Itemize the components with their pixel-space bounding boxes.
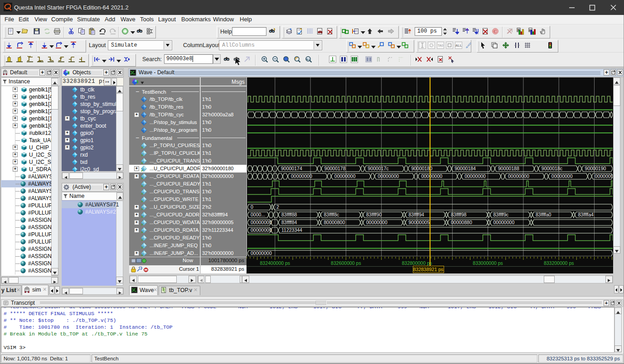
- svg-text:83ffff84: 83ffff84: [281, 220, 297, 225]
- svg-text:00000000: 00000000: [551, 173, 573, 179]
- svg-text:90000005: 90000005: [409, 220, 430, 225]
- svg-text:C: C: [493, 29, 497, 34]
- svg-text:90000190: 90000190: [585, 166, 606, 171]
- svg-text:80000800: 80000800: [324, 220, 345, 225]
- svg-text:83ffff94: 83ffff94: [409, 212, 425, 217]
- svg-text:00000000: 00000000: [366, 220, 387, 225]
- svg-text:2: 2: [276, 204, 279, 210]
- svg-text:ALL: ALL: [455, 43, 462, 48]
- svg-text:83ffff90: 83ffff90: [366, 212, 382, 217]
- svg-text:90000184: 90000184: [455, 166, 476, 171]
- svg-text:83ffff98: 83ffff98: [451, 212, 467, 217]
- svg-text:00000000: 00000000: [421, 173, 442, 179]
- svg-text:00000880: 00000880: [451, 220, 472, 225]
- svg-text:90000188: 90000188: [498, 166, 519, 171]
- svg-text:ALL: ALL: [306, 58, 311, 61]
- svg-text:TA0: TA0: [438, 44, 443, 47]
- svg-text:90000174: 90000174: [281, 166, 302, 171]
- svg-text:83ffff88: 83ffff88: [281, 212, 297, 217]
- svg-text:00000000: 00000000: [334, 173, 356, 179]
- svg-text:00000000: 00000000: [493, 220, 515, 225]
- svg-text:83ffff9c: 83ffff9c: [493, 212, 509, 217]
- svg-text:832838921 ps: 832838921 ps: [413, 267, 444, 272]
- svg-text:00000000: 00000000: [251, 227, 272, 233]
- svg-text:00000000: 00000000: [251, 250, 272, 256]
- svg-text:0: 0: [251, 204, 253, 210]
- svg-text:90000180: 90000180: [411, 166, 432, 171]
- svg-text:9000018c: 9000018c: [542, 166, 562, 171]
- svg-text:83ffffa4: 83ffffa4: [578, 212, 594, 217]
- svg-text:00000000: 00000000: [508, 173, 529, 179]
- svg-text:0000...: 0000...: [251, 212, 265, 217]
- svg-text:83ffff8c: 83ffff8c: [324, 212, 339, 217]
- svg-text:833000000 ps: 833000000 ps: [473, 260, 503, 266]
- svg-text:832600000 ps: 832600000 ps: [331, 260, 361, 266]
- svg-text:00000000: 00000000: [595, 173, 613, 179]
- svg-text:00000000: 00000000: [291, 173, 312, 179]
- svg-text:83ffffa0: 83ffffa0: [536, 212, 551, 217]
- svg-text:00000000: 00000000: [378, 173, 399, 179]
- svg-text:90000178: 90000178: [324, 166, 346, 171]
- svg-text:832800000 ps: 832800000 ps: [402, 260, 432, 266]
- svg-text:11223344: 11223344: [281, 227, 302, 233]
- svg-text:00000000: 00000000: [464, 173, 486, 179]
- svg-text:9000017c: 9000017c: [368, 166, 389, 171]
- svg-text:832400000 ps: 832400000 ps: [260, 260, 290, 266]
- svg-text:833200000 ps: 833200000 ps: [544, 260, 574, 266]
- svg-text:00000000: 00000000: [251, 220, 272, 225]
